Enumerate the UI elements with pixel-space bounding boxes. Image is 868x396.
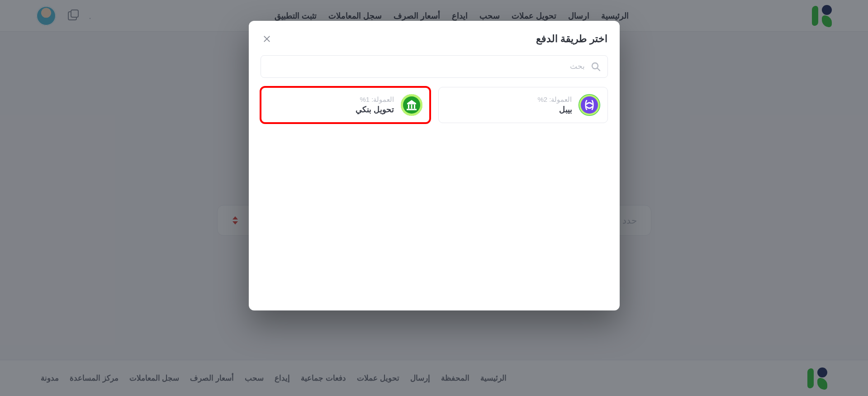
svg-point-3	[581, 96, 598, 114]
payment-option-bank[interactable]: العمولة: 1% تحويل بنكي	[261, 87, 430, 123]
payment-option-name: بيبل	[537, 105, 572, 115]
bank-icon	[401, 94, 422, 116]
search-icon	[590, 61, 601, 72]
payment-method-modal: اختر طريقة الدفع العمولة: 2% بيبل العمول…	[249, 21, 620, 310]
svg-rect-6	[407, 103, 416, 105]
payment-options-grid: العمولة: 2% بيبل العمولة: 1% تحويل بنكي	[261, 87, 608, 123]
svg-line-1	[597, 68, 600, 71]
payment-option-fee: العمولة: 1%	[356, 95, 394, 104]
svg-rect-7	[408, 105, 409, 109]
modal-title: اختر طريقة الدفع	[536, 33, 607, 45]
search-field[interactable]	[261, 55, 608, 78]
svg-rect-10	[407, 109, 417, 110]
payment-option-name: تحويل بنكي	[356, 105, 394, 115]
svg-rect-9	[414, 105, 415, 109]
svg-rect-8	[411, 105, 412, 109]
search-input[interactable]	[267, 62, 586, 72]
payment-option-fee: العمولة: 2%	[537, 95, 572, 104]
close-icon[interactable]	[261, 33, 273, 45]
pyypl-icon	[579, 94, 600, 116]
payment-option-pyypl[interactable]: العمولة: 2% بيبل	[438, 87, 608, 123]
